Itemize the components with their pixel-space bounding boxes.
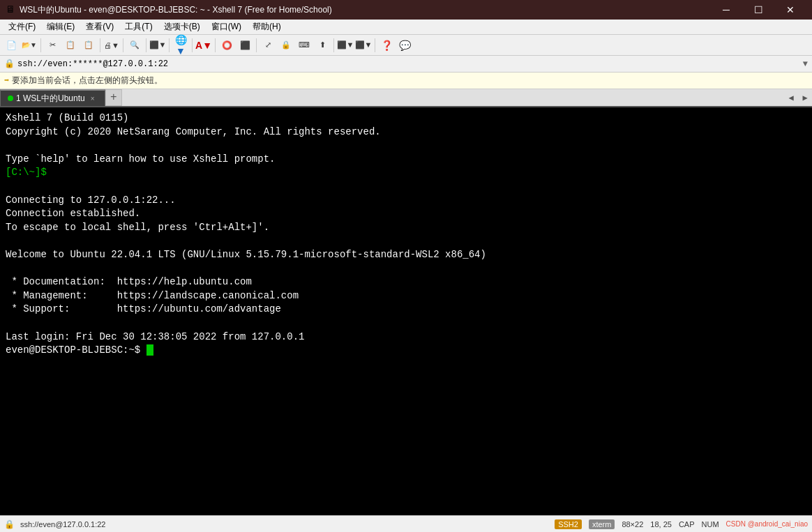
- tab-close-btn[interactable]: ×: [88, 93, 98, 103]
- toolbar-sep-9: [333, 38, 334, 52]
- status-size: 88×22: [622, 520, 643, 529]
- terminal-line-4: [C:\~]$: [6, 166, 806, 180]
- terminal-line-9: [6, 234, 806, 248]
- tab-bar: 1 WSL中的Ubuntu × + ◀ ▶: [0, 89, 812, 107]
- lock-icon: 🔒: [4, 59, 15, 69]
- toolbar-rec-btn[interactable]: ⭕: [218, 37, 235, 54]
- terminal-line-7: Connection established.: [6, 207, 806, 221]
- status-cap: CAP: [679, 520, 695, 529]
- address-text: ssh://even:******@127.0.0.1:22: [17, 59, 168, 69]
- notification-icon: ➡: [4, 75, 9, 86]
- terminal-area[interactable]: Xshell 7 (Build 0115) Copyright (c) 2020…: [0, 107, 812, 532]
- maximize-button[interactable]: ☐: [742, 0, 774, 20]
- tab-nav-left-btn[interactable]: ◀: [784, 89, 798, 106]
- toolbar-btn-4[interactable]: 📋: [80, 37, 97, 54]
- title-bar-buttons: ─ ☐ ✕: [710, 0, 806, 20]
- app-icon: 🖥: [6, 4, 15, 15]
- toolbar-chat-btn[interactable]: 💬: [396, 37, 413, 54]
- toolbar-globe-btn[interactable]: 🌐▼: [172, 37, 189, 54]
- toolbar: 📄 📂▼ ✂ 📋 📋 🖨▼ 🔍 ⬛▼ 🌐▼ A▼ ⭕ ⬛ ⤢ 🔒 ⌨ ⬆ ⬛▼ …: [0, 35, 812, 56]
- terminal-line-6: Connecting to 127.0.0.1:22...: [6, 194, 806, 208]
- menu-edit[interactable]: 编辑(E): [41, 20, 80, 34]
- status-position: 18, 25: [650, 520, 672, 529]
- toolbar-expand-btn[interactable]: ⤢: [260, 37, 276, 54]
- toolbar-sep-1: [40, 38, 41, 52]
- terminal-line-16: Last login: Fri Dec 30 12:38:05 2022 fro…: [6, 330, 806, 344]
- minimize-button[interactable]: ─: [710, 0, 742, 20]
- terminal-line-2: [6, 139, 806, 153]
- menu-tabs[interactable]: 选项卡(B): [158, 20, 206, 34]
- toolbar-sep-7: [215, 38, 216, 52]
- terminal-line-3: Type `help' to learn how to use Xshell p…: [6, 153, 806, 167]
- menu-bar: 文件(F) 编辑(E) 查看(V) 工具(T) 选项卡(B) 窗口(W) 帮助(…: [0, 20, 812, 35]
- status-terminal-type: xterm: [589, 519, 615, 529]
- status-connection: ssh://even@127.0.0.1:22: [20, 520, 105, 529]
- toolbar-key-btn[interactable]: ⌨: [296, 37, 313, 54]
- toolbar-sep-10: [375, 38, 375, 52]
- toolbar-sep-6: [192, 38, 193, 52]
- toolbar-box2-btn[interactable]: ⬛▼: [355, 37, 372, 54]
- tab-wsl-ubuntu[interactable]: 1 WSL中的Ubuntu ×: [0, 89, 105, 106]
- toolbar-sep-4: [146, 38, 146, 52]
- tab-nav-right-btn[interactable]: ▶: [798, 89, 812, 106]
- toolbar-btn-6[interactable]: 🔍: [126, 37, 143, 54]
- tab-active-dot: [8, 96, 13, 101]
- notification-text: 要添加当前会话，点击左侧的箭头按钮。: [12, 75, 163, 86]
- status-protocol: SSH2: [555, 519, 582, 529]
- terminal-line-15: [6, 317, 806, 330]
- status-bar: 🔒 ssh://even@127.0.0.1:22 SSH2 xterm 88×…: [0, 515, 812, 532]
- title-bar: 🖥 WSL中的Ubuntu - even@DESKTOP-BLJEBSC: ~ …: [0, 0, 812, 20]
- terminal-line-5: [6, 180, 806, 194]
- toolbar-upload-btn[interactable]: ⬆: [314, 37, 331, 54]
- terminal-line-8: To escape to local shell, press 'Ctrl+Al…: [6, 221, 806, 235]
- toolbar-green-btn[interactable]: ⬛: [236, 37, 253, 54]
- toolbar-lock-btn[interactable]: 🔒: [278, 37, 294, 54]
- toolbar-sep-2: [100, 38, 100, 52]
- terminal-line-1: Copyright (c) 2020 NetSarang Computer, I…: [6, 126, 806, 139]
- toolbar-open-btn[interactable]: 📂▼: [21, 37, 38, 54]
- terminal-prompt-line: even@DESKTOP-BLJEBSC:~$: [6, 344, 806, 358]
- toolbar-btn-7[interactable]: ⬛▼: [149, 37, 166, 54]
- status-lock-icon: 🔒: [4, 519, 15, 529]
- address-bar: 🔒 ssh://even:******@127.0.0.1:22 ▼: [0, 56, 812, 73]
- close-button[interactable]: ✕: [774, 0, 806, 20]
- terminal-cursor: [146, 344, 153, 356]
- tab-label: 1 WSL中的Ubuntu: [16, 93, 85, 105]
- terminal-line-10: Welcome to Ubuntu 22.04.1 LTS (GNU/Linux…: [6, 248, 806, 262]
- toolbar-sep-3: [123, 38, 123, 52]
- terminal-line-14: * Support: https://ubuntu.com/advantage: [6, 303, 806, 317]
- toolbar-btn-2[interactable]: ✂: [44, 37, 61, 54]
- status-num: NUM: [702, 520, 719, 529]
- toolbar-sep-5: [169, 38, 170, 52]
- menu-tools[interactable]: 工具(T): [119, 20, 158, 34]
- toolbar-sep-8: [256, 38, 257, 52]
- toolbar-btn-5[interactable]: 🖨▼: [103, 37, 120, 54]
- menu-view[interactable]: 查看(V): [80, 20, 119, 34]
- menu-help[interactable]: 帮助(H): [247, 20, 287, 34]
- status-right: SSH2 xterm 88×22 18, 25 CAP NUM CSDN @an…: [555, 519, 808, 529]
- toolbar-help-btn[interactable]: ❓: [378, 37, 395, 54]
- toolbar-btn-3[interactable]: 📋: [62, 37, 79, 54]
- app-window: 🖥 WSL中的Ubuntu - even@DESKTOP-BLJEBSC: ~ …: [0, 0, 812, 532]
- terminal-line-12: * Documentation: https://help.ubuntu.com: [6, 275, 806, 289]
- tab-nav-right: ◀ ▶: [784, 89, 812, 106]
- address-scroll: ▼: [803, 59, 808, 69]
- tab-add-button[interactable]: +: [105, 89, 122, 106]
- toolbar-font-btn[interactable]: A▼: [195, 37, 212, 54]
- notification-bar: ➡ 要添加当前会话，点击左侧的箭头按钮。: [0, 73, 812, 89]
- terminal-line-11: [6, 262, 806, 276]
- title-bar-left: 🖥 WSL中的Ubuntu - even@DESKTOP-BLJEBSC: ~ …: [6, 4, 332, 16]
- title-bar-title: WSL中的Ubuntu - even@DESKTOP-BLJEBSC: ~ - …: [20, 4, 332, 16]
- status-watermark: CSDN @android_cai_niao: [726, 520, 808, 528]
- terminal-line-0: Xshell 7 (Build 0115): [6, 112, 806, 126]
- menu-file[interactable]: 文件(F): [3, 20, 41, 34]
- terminal-line-13: * Management: https://landscape.canonica…: [6, 289, 806, 303]
- toolbar-box-btn[interactable]: ⬛▼: [337, 37, 354, 54]
- menu-window[interactable]: 窗口(W): [206, 20, 247, 34]
- toolbar-new-btn[interactable]: 📄: [3, 37, 20, 54]
- terminal-prompt-text: even@DESKTOP-BLJEBSC:~$: [6, 344, 146, 356]
